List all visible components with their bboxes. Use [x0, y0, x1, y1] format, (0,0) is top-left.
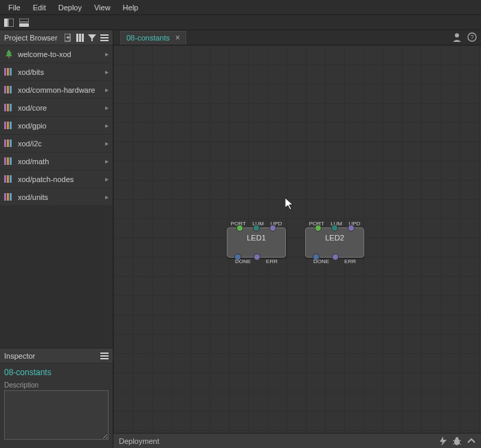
svg-rect-40 [10, 193, 12, 201]
node-LED2[interactable]: PORTLUMUPDLED2DONEERR [305, 227, 364, 258]
svg-rect-24 [7, 104, 9, 111]
menu-view[interactable]: View [89, 2, 116, 13]
input-port[interactable] [236, 225, 243, 232]
svg-rect-31 [10, 139, 12, 147]
svg-rect-21 [7, 86, 9, 93]
chevron-right-icon: ▸ [105, 175, 109, 183]
svg-rect-33 [7, 157, 9, 165]
new-patch-icon[interactable] [65, 34, 72, 42]
patch-canvas[interactable]: PORTLUMUPDLED1DONEERRPORTLUMUPDLED2DONEE… [113, 45, 481, 433]
collapse-up-icon[interactable] [467, 437, 476, 445]
inspector-header: Inspector [0, 348, 113, 363]
tab-bar: 08-constants × ? [113, 30, 481, 45]
project-browser-title: Project Browser [4, 34, 58, 42]
menu-help[interactable]: Help [118, 2, 144, 13]
svg-rect-39 [7, 193, 9, 201]
menu-icon[interactable] [100, 34, 109, 42]
svg-rect-36 [7, 175, 9, 183]
library-icon [4, 138, 18, 149]
chevron-right-icon: ▸ [105, 139, 109, 147]
input-port[interactable] [348, 225, 355, 232]
tree-item-xod-core[interactable]: xod/core▸ [0, 99, 113, 117]
chevron-right-icon: ▸ [105, 122, 109, 129]
input-port[interactable] [315, 225, 322, 232]
tab-close-icon[interactable]: × [175, 34, 180, 42]
chevron-right-icon: ▸ [105, 50, 109, 58]
svg-rect-37 [10, 175, 12, 183]
svg-marker-10 [88, 34, 96, 41]
svg-rect-8 [79, 34, 81, 42]
tree-item-label: xod/core [18, 104, 47, 112]
list-view-icon[interactable] [76, 34, 84, 42]
inspector-patch-name: 08-constants [0, 363, 113, 381]
chevron-right-icon: ▸ [105, 104, 109, 111]
inspector-description-field[interactable] [4, 390, 109, 440]
svg-line-53 [453, 443, 455, 445]
svg-text:?: ? [470, 34, 473, 41]
svg-rect-32 [4, 157, 6, 165]
port-label: ERR [344, 258, 356, 265]
library-icon [4, 102, 18, 113]
tree-item-label: xod/patch-nodes [18, 175, 74, 183]
tree-item-welcome-to-xod[interactable]: welcome-to-xod▸ [0, 45, 113, 63]
library-icon [4, 67, 18, 78]
sidebar: Project Browser welcome-to-xod▸xod/bits▸… [0, 30, 113, 448]
library-icon [4, 156, 18, 167]
svg-rect-30 [7, 139, 9, 147]
svg-rect-38 [4, 193, 6, 201]
library-icon [4, 192, 18, 203]
tree-item-xod-i2c[interactable]: xod/i2c▸ [0, 135, 113, 153]
inspector-panel: Inspector 08-constants Description [0, 348, 113, 448]
filter-icon[interactable] [88, 34, 96, 42]
tree-item-label: xod/common-hardware [18, 86, 96, 94]
top-toolbar [0, 15, 481, 30]
svg-rect-27 [7, 122, 9, 129]
svg-rect-25 [10, 104, 12, 111]
mouse-cursor-icon [285, 198, 295, 210]
user-icon[interactable] [452, 32, 462, 43]
tab-08-constants[interactable]: 08-constants × [120, 31, 186, 45]
chevron-right-icon: ▸ [105, 86, 109, 93]
inspector-description-label: Description [0, 381, 113, 390]
svg-rect-23 [4, 104, 6, 111]
flash-icon[interactable] [440, 436, 447, 446]
svg-rect-0 [4, 19, 8, 27]
chevron-right-icon: ▸ [105, 193, 109, 201]
inspector-title: Inspector [4, 352, 35, 360]
input-port[interactable] [331, 225, 338, 232]
svg-rect-22 [10, 86, 12, 93]
port-label: DONE [313, 258, 329, 265]
svg-rect-20 [4, 86, 6, 93]
svg-rect-19 [10, 68, 12, 76]
svg-rect-34 [10, 157, 12, 165]
tree-item-xod-patch-nodes[interactable]: xod/patch-nodes▸ [0, 170, 113, 188]
menu-edit[interactable]: Edit [27, 2, 52, 13]
svg-rect-35 [4, 175, 6, 183]
svg-rect-7 [76, 34, 78, 42]
svg-rect-16 [8, 56, 10, 58]
tree-item-xod-units[interactable]: xod/units▸ [0, 188, 113, 206]
tree-item-xod-gpio[interactable]: xod/gpio▸ [0, 117, 113, 135]
tree-item-xod-common-hardware[interactable]: xod/common-hardware▸ [0, 81, 113, 99]
project-tree: welcome-to-xod▸xod/bits▸xod/common-hardw… [0, 45, 113, 206]
svg-marker-48 [440, 436, 447, 446]
tree-item-xod-bits[interactable]: xod/bits▸ [0, 63, 113, 81]
menu-file[interactable]: File [3, 2, 26, 13]
tree-item-xod-math[interactable]: xod/math▸ [0, 153, 113, 170]
inspector-menu-icon[interactable] [100, 352, 109, 360]
toggle-panels-icon[interactable] [19, 19, 29, 27]
input-port[interactable] [253, 225, 260, 232]
svg-rect-26 [4, 122, 6, 129]
toggle-sidebar-left-icon[interactable] [4, 19, 14, 27]
canvas-grid [113, 45, 481, 433]
svg-rect-28 [10, 122, 12, 129]
bug-icon[interactable] [452, 436, 462, 446]
help-icon[interactable]: ? [467, 32, 477, 43]
svg-rect-29 [4, 139, 6, 147]
library-icon [4, 120, 18, 131]
node-LED1[interactable]: PORTLUMUPDLED1DONEERR [227, 227, 286, 258]
input-port[interactable] [269, 225, 276, 232]
menu-deploy[interactable]: Deploy [53, 2, 87, 13]
deployment-bar[interactable]: Deployment [113, 433, 481, 448]
library-icon [4, 85, 18, 96]
